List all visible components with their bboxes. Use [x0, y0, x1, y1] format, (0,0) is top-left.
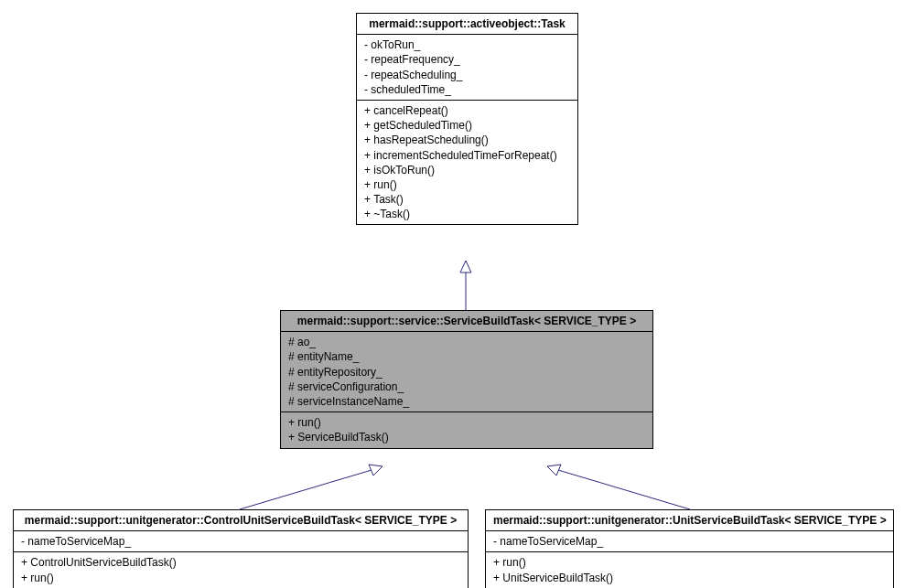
class-title: mermaid::support::unitgenerator::UnitSer… [486, 510, 893, 531]
svg-line-4 [558, 470, 690, 509]
svg-line-2 [240, 470, 372, 509]
class-title: mermaid::support::activeobject::Task [357, 14, 577, 35]
svg-marker-3 [369, 465, 382, 476]
uml-class-diagram: mermaid::support::activeobject::Task - o… [9, 9, 896, 579]
class-task[interactable]: mermaid::support::activeobject::Task - o… [356, 13, 578, 225]
class-attributes: # ao_ # entityName_ # entityRepository_ … [281, 332, 652, 412]
class-methods: + cancelRepeat() + getScheduledTime() + … [357, 101, 577, 225]
class-controlunitservicebuildtask[interactable]: mermaid::support::unitgenerator::Control… [13, 509, 469, 588]
svg-marker-1 [460, 261, 471, 273]
class-attributes: - okToRun_ - repeatFrequency_ - repeatSc… [357, 35, 577, 101]
class-servicebuildtask[interactable]: mermaid::support::service::ServiceBuildT… [280, 310, 653, 449]
class-methods: + run() + UnitServiceBuildTask() [486, 552, 893, 587]
class-title: mermaid::support::unitgenerator::Control… [14, 510, 468, 531]
class-attributes: - nameToServiceMap_ [14, 531, 468, 552]
class-methods: + run() + ServiceBuildTask() [281, 412, 652, 447]
class-unitservicebuildtask[interactable]: mermaid::support::unitgenerator::UnitSer… [485, 509, 894, 588]
class-title: mermaid::support::service::ServiceBuildT… [281, 311, 652, 332]
class-attributes: - nameToServiceMap_ [486, 531, 893, 552]
class-methods: + ControlUnitServiceBuildTask() + run() [14, 552, 468, 587]
svg-marker-5 [547, 465, 561, 476]
